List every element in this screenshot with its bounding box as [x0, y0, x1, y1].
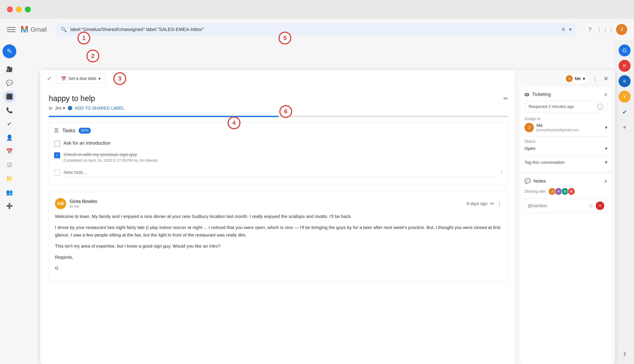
progress-bar — [49, 116, 508, 117]
ticketing-header: 🎟 Ticketing ∧ — [524, 92, 607, 98]
sidebar-item-chat[interactable]: 💬 — [4, 77, 16, 89]
hamburger-menu[interactable] — [7, 25, 16, 34]
user-avatar[interactable]: J — [616, 24, 627, 35]
sidebar-item-tasks[interactable]: ✔ — [4, 118, 16, 130]
assignee-dropdown-icon[interactable]: ▾ — [605, 124, 607, 130]
task-2-checkbox[interactable]: ✓ — [54, 152, 60, 158]
sharing-label: Sharing with — [524, 189, 546, 194]
add-shared-label-button[interactable]: ADD TO SHARED LABEL — [75, 106, 124, 111]
ticketing-title: Ticketing — [532, 92, 551, 97]
due-date-calendar-icon: 📅 — [61, 76, 66, 81]
compose-button[interactable]: ✎ — [3, 44, 16, 58]
sharing-avatars: J H G B — [548, 188, 574, 195]
notes-icon: 💬 — [524, 178, 531, 184]
gmelius-add-icon[interactable]: + — [618, 121, 630, 133]
notes-header: 💬 Notes ∧ — [524, 178, 607, 184]
email-actions: 8 days ago ↩ ⋮ — [467, 200, 502, 206]
gmail-label: Gmail — [31, 26, 47, 33]
email-message: GB Giota Bowles to me 8 days ago ↩ — [49, 192, 508, 282]
gmelius-icon-main[interactable]: G — [618, 44, 630, 56]
email-date: 8 days ago — [467, 201, 488, 206]
search-clear-icon[interactable]: ✕ — [561, 26, 566, 32]
status-dropdown-icon[interactable]: ▾ — [605, 146, 607, 152]
reply-icon[interactable]: ↩ — [490, 200, 494, 206]
sidebar-item-folder[interactable]: 📁 — [4, 172, 16, 184]
main-content: ⤢ 📅 Set a due date ▾ happy to help ✏ — [19, 40, 615, 364]
notes-collapse-icon[interactable]: ∧ — [604, 178, 607, 184]
sidebar-item-meet[interactable]: 📞 — [4, 104, 16, 116]
user-chip[interactable]: J Me ▾ — [562, 73, 589, 84]
blue-dot-icon: 🔵 — [68, 106, 72, 110]
user-select[interactable]: Jim ▾ — [55, 106, 65, 111]
user-name: Jim — [55, 106, 62, 111]
gmelius-icon-blue[interactable]: B — [618, 75, 630, 87]
gmail-m-logo: M — [21, 25, 29, 34]
email-panel: ⤢ 📅 Set a due date ▾ happy to help ✏ — [40, 70, 517, 364]
task-1-checkbox[interactable] — [54, 141, 60, 147]
new-task-input[interactable] — [64, 168, 497, 177]
search-bar[interactable]: 🔍 ✕ ▾ — [55, 23, 577, 36]
search-dropdown-icon[interactable]: ▾ — [569, 26, 571, 32]
gmelius-icon-red[interactable]: R — [618, 60, 630, 72]
mac-maximize-button[interactable] — [25, 6, 31, 12]
reopened-status-text: Reopened 2 minutes ago — [529, 104, 574, 109]
gmelius-expand-icon[interactable]: ❯ — [618, 348, 630, 360]
due-date-label: Set a due date — [68, 76, 96, 81]
apps-grid-button[interactable]: ⋮⋮⋮ — [601, 25, 610, 34]
task-2-completed-info: Completed on April 16, 2020 5:17:09 PM b… — [64, 158, 158, 163]
assignee-avatar: J — [524, 123, 534, 132]
panel-more-icon[interactable]: ⋮ — [592, 75, 598, 82]
assignee-email: jimmyhbeesly@gmail.com — [536, 128, 579, 132]
tasks-title: Tasks — [62, 128, 75, 134]
more-actions-icon[interactable]: ⋮ — [497, 200, 502, 206]
sharing-row: Sharing with J H G B — [524, 188, 607, 195]
gmail-body: ✎ 🎥 💬 ⬛ 📞 ✔ 👤 📅 ☑ 📁 👥 ➕ ⤢ — [0, 40, 634, 364]
upload-icon[interactable]: ↑ — [500, 170, 503, 176]
sender-details: Giota Bowles to me — [70, 199, 97, 209]
tag-dropdown-icon[interactable]: ▾ — [605, 159, 607, 165]
sidebar-item-calendar[interactable]: 📅 — [4, 145, 16, 157]
ticketing-title-row: 🎟 Ticketing — [524, 92, 551, 98]
sidebar-item-spaces[interactable]: ⬛ — [4, 90, 16, 102]
panel-close-icon[interactable]: ✕ — [601, 74, 610, 83]
gmelius-icon-checkmark[interactable]: ✔ — [618, 106, 630, 118]
divider-1 — [524, 136, 607, 137]
status-info-icon[interactable]: i — [597, 104, 603, 110]
task-item-completed: ✓ Check in with my previous sign guy Com… — [54, 149, 503, 165]
user-chip-avatar: J — [566, 75, 573, 82]
gmail-logo: M Gmail — [21, 25, 47, 34]
gmelius-sidebar: G R B Y ✔ + ❯ — [615, 40, 634, 364]
status-value: Open — [524, 146, 535, 151]
sidebar-item-groups[interactable]: 👥 — [4, 186, 16, 198]
mac-titlebar — [0, 0, 634, 19]
add-note-button[interactable]: + — [596, 202, 604, 210]
expand-icon[interactable]: ⤢ — [47, 76, 51, 82]
sidebar-item-contacts[interactable]: 👤 — [4, 132, 16, 144]
emoji-icon[interactable]: ☺ — [588, 203, 593, 209]
gmail-topbar: M Gmail 🔍 ✕ ▾ ? ⋮⋮⋮ J — [0, 19, 634, 40]
status-row: Open ▾ — [524, 146, 607, 152]
mac-minimize-button[interactable] — [16, 6, 22, 12]
new-task-checkbox[interactable] — [54, 170, 60, 176]
add-shared-label-text: ADD TO SHARED LABEL — [75, 106, 124, 111]
tasks-badge: 50% — [79, 128, 91, 134]
edit-icon[interactable]: ✏ — [504, 95, 508, 102]
user-chip-chevron-icon: ▾ — [583, 76, 585, 81]
progress-bar-fill — [49, 116, 279, 117]
assignee-info: J Me jimmyhbeesly@gmail.com — [524, 123, 579, 132]
tag-row[interactable]: Tag this conversation ▾ — [524, 158, 607, 167]
search-input[interactable] — [70, 27, 558, 32]
mac-close-button[interactable] — [7, 6, 13, 12]
gmelius-icon-yellow[interactable]: Y — [618, 90, 630, 102]
help-button[interactable]: ? — [585, 25, 595, 34]
sidebar-item-add[interactable]: ➕ — [4, 200, 16, 212]
email-content: happy to help ✏ In Jim ▾ 🔵 — [40, 87, 517, 364]
notes-input[interactable] — [528, 203, 586, 208]
sidebar-item-video[interactable]: 🎥 — [4, 63, 16, 75]
notes-input-row[interactable]: ☺ + — [524, 199, 607, 213]
notes-title-row: 💬 Notes — [524, 178, 546, 184]
due-date-button[interactable]: 📅 Set a due date ▾ — [57, 74, 105, 84]
sender-info: GB Giota Bowles to me — [55, 198, 97, 209]
ticketing-collapse-icon[interactable]: ∧ — [604, 92, 607, 97]
sidebar-item-checklist[interactable]: ☑ — [4, 159, 16, 171]
